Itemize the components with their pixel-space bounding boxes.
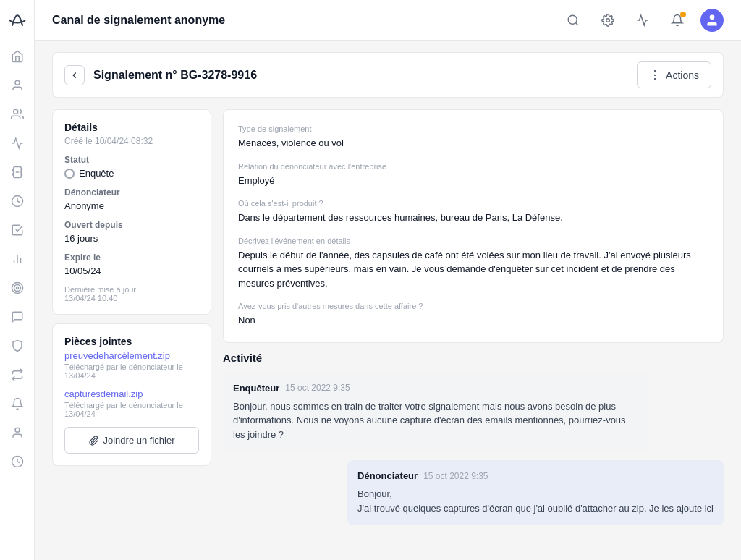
svg-point-0 [15,80,20,85]
report-field-3: Décrivez l'événement en détails Depuis l… [238,237,708,291]
message-header-1: Dénonciateur 15 oct 2022 9:35 [357,470,714,481]
message-right-0: Dénonciateur 15 oct 2022 9:35 Bonjour, J… [347,460,724,525]
sidebar-item-bell[interactable] [4,391,30,417]
attachments-card: Pièces jointes preuvedeharcèlement.zip T… [52,323,211,466]
attachments-title: Pièces jointes [64,336,199,347]
page-header-left: Signalement n° BG-3278-9916 [64,65,257,85]
last-update-label: Dernière mise à jour [64,285,136,294]
svg-point-10 [16,287,18,289]
sidebar-item-person[interactable] [4,420,30,446]
attachment-link-2[interactable]: capturesdemail.zip [64,389,199,399]
svg-point-11 [15,428,20,432]
denunciateur-value: Anonyme [64,200,199,211]
report-label-1: Relation du dénonciateur avec l'entrepri… [238,162,708,171]
notifications-icon[interactable] [666,9,689,32]
svg-point-15 [606,18,610,22]
topbar-actions [562,9,724,32]
sidebar-item-user[interactable] [4,72,30,98]
attachment-meta-1: Téléchargé par le dénonciateur le 13/04/… [64,362,199,380]
join-file-label: Joindre un fichier [103,435,175,446]
app-title: Canal de signalement anonyme [52,14,225,27]
attachment-link-1[interactable]: preuvedeharcèlement.zip [64,350,199,361]
svg-point-9 [14,285,20,292]
sidebar-item-chat[interactable] [4,304,30,330]
settings-icon[interactable] [596,9,619,32]
report-value-3: Depuis le début de l'année, des capsules… [238,248,708,291]
right-column: Type de signalement Menaces, violence ou… [223,109,724,534]
sidebar-item-transfer[interactable] [4,362,30,388]
details-card-title: Détails [64,122,199,133]
sidebar-item-inbox[interactable] [4,159,30,185]
report-label-2: Où cela s'est-il produit ? [238,199,708,208]
report-label-4: Avez-vous pris d'autres mesures dans cet… [238,302,708,310]
attachment-meta-2: Téléchargé par le dénonciateur le 13/04/… [64,401,199,418]
actions-button[interactable]: ⋮ Actions [637,61,711,88]
activity-icon[interactable] [631,9,654,32]
svg-point-16 [710,14,715,20]
report-value-1: Employé [238,174,708,188]
activity-section: Activité Enquêteur 15 oct 2022 9:35 Bonj… [223,352,724,535]
details-card: Détails Créé le 10/04/24 08:32 Statut En… [52,109,211,315]
sidebar [0,0,35,560]
left-column: Détails Créé le 10/04/24 08:32 Statut En… [52,109,211,466]
sidebar-item-home[interactable] [4,43,30,69]
attachment-item-2: capturesdemail.zip Téléchargé par le dén… [64,389,199,418]
statut-label: Statut [64,155,199,165]
message-body-0: Bonjour, nous sommes en train de traiter… [233,399,638,442]
report-field-0: Type de signalement Menaces, violence ou… [238,124,708,150]
report-value-4: Non [238,313,708,328]
details-card-created: Créé le 10/04/24 08:32 [64,136,199,146]
paperclip-icon [89,436,99,446]
expire-label: Expire le [64,253,199,263]
user-avatar[interactable] [700,9,724,32]
back-button[interactable] [64,65,85,85]
ouvert-label: Ouvert depuis [64,220,199,230]
status-circle-icon [64,169,75,179]
last-update-value: 13/04/24 10:40 [64,294,117,302]
report-field-2: Où cela s'est-il produit ? Dans le dépar… [238,199,708,225]
message-right-wrapper: Dénonciateur 15 oct 2022 9:35 Bonjour, J… [223,460,724,534]
attachment-item-1: preuvedeharcèlement.zip Téléchargé par l… [64,350,199,380]
report-label-3: Décrivez l'événement en détails [238,237,708,245]
notification-badge [680,12,686,17]
two-col-layout: Détails Créé le 10/04/24 08:32 Statut En… [52,109,724,534]
denunciateur-label: Dénonciateur [64,187,199,198]
actions-label: Actions [666,69,699,81]
sidebar-item-history[interactable] [4,449,30,475]
report-value-2: Dans le département des ressources humai… [238,211,708,225]
svg-line-14 [575,22,577,25]
message-left-0: Enquêteur 15 oct 2022 9:35 Bonjour, nous… [223,373,648,452]
sidebar-item-time[interactable] [4,188,30,214]
message-time-1: 15 oct 2022 9:35 [423,471,488,481]
svg-point-1 [13,109,17,114]
page-header: Signalement n° BG-3278-9916 ⋮ Actions [52,52,724,98]
actions-dots-icon: ⋮ [649,68,661,82]
main-area: Canal de signalement anonyme [35,0,741,560]
content-area: Signalement n° BG-3278-9916 ⋮ Actions Dé… [35,41,741,560]
sidebar-item-analytics[interactable] [4,130,30,156]
report-field-4: Avez-vous pris d'autres mesures dans cet… [238,302,708,328]
report-field-1: Relation du dénonciateur avec l'entrepri… [238,162,708,188]
sidebar-item-shield[interactable] [4,333,30,359]
message-body-1: Bonjour, J'ai trouvé quelques captures d… [357,487,714,515]
topbar: Canal de signalement anonyme [35,0,741,41]
message-author-1: Dénonciateur [357,470,418,481]
report-value-0: Menaces, violence ou vol [238,136,708,150]
message-header-0: Enquêteur 15 oct 2022 9:35 [233,383,638,394]
report-details-card: Type de signalement Menaces, violence ou… [223,109,724,343]
sidebar-item-tasks[interactable] [4,217,30,243]
message-time-0: 15 oct 2022 9:35 [285,383,350,393]
statut-value: Enquête [79,168,114,179]
last-update: Dernière mise à jour 13/04/24 10:40 [64,285,199,302]
sidebar-item-target[interactable] [4,275,30,301]
ouvert-value: 16 jours [64,233,199,244]
search-icon[interactable] [562,9,585,32]
sidebar-item-team[interactable] [4,101,30,127]
message-author-0: Enquêteur [233,383,279,394]
svg-point-13 [568,15,577,24]
sidebar-item-chart[interactable] [4,246,30,272]
app-logo[interactable] [6,9,29,32]
join-file-button[interactable]: Joindre un fichier [64,427,199,454]
expire-value: 10/05/24 [64,266,199,276]
report-label-0: Type de signalement [238,124,708,133]
